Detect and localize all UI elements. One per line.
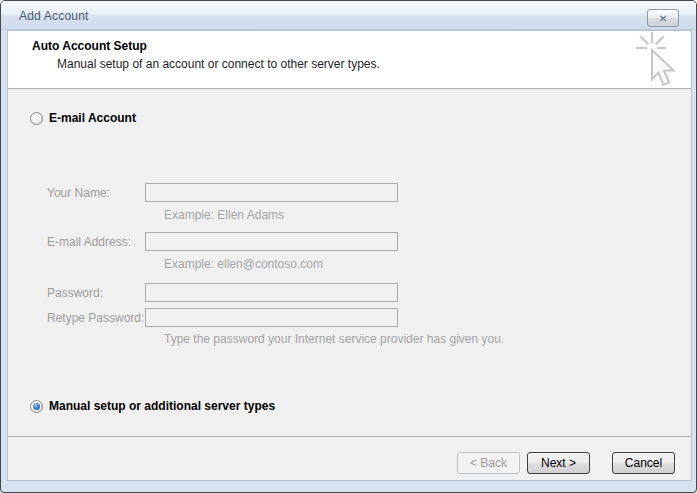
radio-email-account-icon[interactable] — [30, 112, 43, 125]
password-hint: Type the password your Internet service … — [164, 332, 504, 346]
your-name-label: Your Name: — [47, 186, 110, 200]
email-address-input — [145, 232, 398, 251]
titlebar[interactable]: Add Account ✕ — [1, 1, 696, 30]
your-name-example: Example: Ellen Adams — [164, 208, 284, 222]
close-button[interactable]: ✕ — [647, 9, 679, 27]
retype-password-label: Retype Password: — [47, 311, 144, 325]
page-subtitle: Manual setup of an account or connect to… — [57, 57, 380, 71]
radio-email-account-label: E-mail Account — [49, 111, 136, 125]
cursor-starburst-icon — [635, 32, 685, 88]
next-button[interactable]: Next > — [527, 452, 590, 474]
add-account-dialog: Add Account ✕ Auto Account Setup Manual … — [0, 0, 697, 493]
email-address-example: Example: ellen@contoso.com — [164, 257, 323, 271]
wizard-header: Auto Account Setup Manual setup of an ac… — [8, 31, 691, 89]
password-input — [145, 283, 398, 302]
email-address-label: E-mail Address: — [47, 235, 131, 249]
cancel-button[interactable]: Cancel — [612, 452, 675, 474]
radio-manual-setup-icon[interactable] — [30, 400, 43, 413]
retype-password-input — [145, 308, 398, 327]
footer: < Back Next > Cancel — [8, 437, 691, 480]
radio-option-manual-setup[interactable]: Manual setup or additional server types — [30, 399, 275, 413]
radio-option-email-account[interactable]: E-mail Account — [30, 111, 136, 125]
password-label: Password: — [47, 286, 103, 300]
back-button: < Back — [457, 452, 520, 474]
close-icon: ✕ — [658, 13, 667, 23]
your-name-input — [145, 183, 398, 202]
page-title: Auto Account Setup — [32, 39, 147, 53]
dialog-client-area: Auto Account Setup Manual setup of an ac… — [7, 30, 692, 481]
window-title: Add Account — [19, 9, 89, 23]
radio-manual-setup-label: Manual setup or additional server types — [49, 399, 275, 413]
